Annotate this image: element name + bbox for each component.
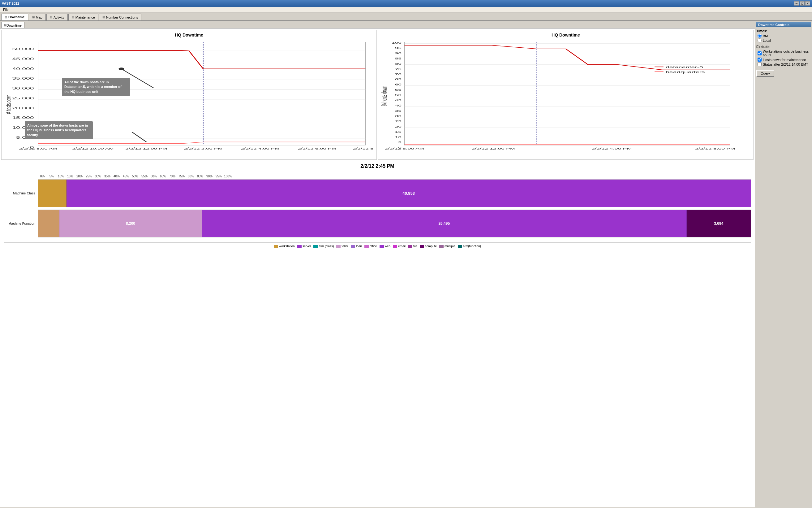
svg-text:2/2/12 4:00 PM: 2/2/12 4:00 PM: [241, 147, 280, 150]
times-section: Times: BMT Local: [756, 29, 811, 42]
title-bar: VAST 2012 ─ ◻ ✕: [0, 0, 812, 7]
machine-class-row: Machine Class 40,853: [4, 179, 751, 207]
workstation-bar: [38, 179, 66, 207]
tab-activity-icon: ⊞: [50, 15, 52, 19]
legend-file: file: [408, 245, 417, 248]
tab-map[interactable]: ⊞ Map: [29, 14, 46, 20]
svg-text:50,000: 50,000: [12, 47, 34, 51]
tab-maintenance[interactable]: ⊞ Maintenance: [68, 14, 98, 20]
svg-text:datacenter-5: datacenter-5: [666, 66, 703, 69]
legend-office-color: [365, 245, 369, 248]
svg-text:# hosts down: # hosts down: [5, 95, 13, 114]
legend-atm-class: atm (class): [314, 245, 334, 248]
close-button[interactable]: ✕: [805, 1, 810, 6]
legend-compute: compute: [420, 245, 437, 248]
left-chart-title: HQ Downtime: [4, 33, 374, 37]
svg-text:10: 10: [395, 136, 401, 138]
sub-tab-downtime[interactable]: ⊞ Downtime: [1, 22, 25, 28]
checkbox-maintenance[interactable]: Hosts down for maintenance: [758, 57, 811, 61]
legend-compute-label: compute: [425, 245, 437, 248]
radio-local-input[interactable]: [758, 38, 762, 42]
checkbox-maintenance-input[interactable]: [758, 57, 762, 61]
tab-downtime[interactable]: ⊞ Downtime: [1, 14, 28, 20]
legend-file-label: file: [413, 245, 417, 248]
legend-atm-function-color: [458, 245, 462, 248]
legend-teller-color: [336, 245, 341, 248]
window-title: VAST 2012: [2, 2, 19, 5]
svg-text:2/2/12 8:00 AM: 2/2/12 8:00 AM: [384, 147, 424, 150]
right-chart-title: HQ Downtime: [381, 33, 751, 37]
tab-activity[interactable]: ⊞ Activity: [46, 14, 68, 20]
legend-workstation-color: [274, 245, 278, 248]
tab-number-connections[interactable]: ⊞ Number Connections: [99, 14, 141, 20]
window-controls[interactable]: ─ ◻ ✕: [794, 1, 810, 6]
legend-email-color: [393, 245, 397, 248]
radio-bmt-label: BMT: [763, 34, 770, 38]
menu-file[interactable]: File: [1, 7, 10, 12]
radio-bmt[interactable]: BMT: [758, 34, 811, 38]
svg-text:headquarters: headquarters: [666, 71, 705, 74]
legend-server-color: [297, 245, 301, 248]
machine-class-label: Machine Class: [4, 191, 38, 195]
svg-rect-57: [404, 42, 730, 145]
tab-maintenance-label: Maintenance: [76, 15, 95, 19]
legend-email: email: [393, 245, 405, 248]
charts-container: HQ Downtime 0 5,000 10,000 15,000 20,000…: [0, 29, 755, 253]
svg-text:60: 60: [395, 83, 401, 86]
query-button[interactable]: Query: [756, 70, 774, 77]
radio-local[interactable]: Local: [758, 38, 811, 42]
checkbox-status-input[interactable]: [758, 62, 762, 66]
checkbox-workstations-label: Workstations outside business hours: [763, 49, 811, 57]
svg-rect-75: [655, 67, 664, 67]
func-bar-3: 26,495: [202, 210, 687, 237]
svg-text:2/2/12 10:00 AM: 2/2/12 10:00 AM: [73, 147, 114, 150]
legend-atm-class-label: atm (class): [319, 245, 334, 248]
svg-text:2/2/12 2:00 PM: 2/2/12 2:00 PM: [184, 147, 223, 150]
svg-rect-77: [655, 72, 664, 72]
content-area: ⊞ Downtime HQ Downtime 0 5,000 10,000: [0, 21, 812, 507]
func-bar-1: [38, 210, 59, 237]
legend-workstation-label: workstation: [279, 245, 295, 248]
timeline-title: 2/2/12 2:45 PM: [4, 163, 751, 169]
tab-numconn-label: Number Connections: [106, 15, 138, 19]
checkbox-maintenance-label: Hosts down for maintenance: [763, 58, 806, 61]
legend-teller: teller: [336, 245, 348, 248]
checkbox-workstations-input[interactable]: [758, 51, 762, 55]
svg-text:100: 100: [392, 41, 401, 44]
sub-tab-bar: ⊞ Downtime: [0, 21, 755, 29]
times-label: Times:: [756, 29, 811, 33]
legend-teller-label: teller: [341, 245, 348, 248]
legend-loan-label: loan: [356, 245, 362, 248]
svg-text:30,000: 30,000: [12, 87, 34, 90]
percent-axis: 0% 5% 10% 15% 20% 25% 30% 35% 40% 45% 50…: [38, 175, 751, 178]
tab-downtime-label: Downtime: [8, 15, 25, 19]
svg-text:2/2/12 12:00 PM: 2/2/12 12:00 PM: [126, 147, 168, 150]
svg-text:2/2/12 12:00 PM: 2/2/12 12:00 PM: [471, 147, 515, 150]
annotation-upper: All of the down hosts are in Datacenter-…: [62, 78, 130, 96]
svg-text:2/2/12 8:00 AM: 2/2/12 8:00 AM: [19, 147, 57, 150]
restore-button[interactable]: ◻: [800, 1, 805, 6]
svg-text:30: 30: [395, 115, 401, 118]
svg-text:40: 40: [395, 104, 401, 107]
machine-class-bars: 40,853: [38, 179, 751, 207]
svg-text:15: 15: [395, 130, 401, 133]
legend-compute-color: [420, 245, 424, 248]
minimize-button[interactable]: ─: [794, 1, 799, 6]
sub-tab-icon: ⊞: [4, 24, 6, 27]
radio-bmt-input[interactable]: [758, 34, 762, 38]
svg-text:% hosts down: % hosts down: [381, 86, 388, 106]
radio-local-label: Local: [763, 39, 771, 42]
right-chart-svg: 0 5 10 15 20 25 30 35 40 45 50 55 60 65: [381, 39, 751, 150]
checkbox-workstations[interactable]: Workstations outside business hours: [758, 49, 811, 57]
svg-text:15,000: 15,000: [12, 116, 34, 120]
checkbox-status-after[interactable]: Status after 2/2/12 14:00 BMT: [758, 62, 811, 66]
svg-text:2/2/12 8:00 PM: 2/2/12 8:00 PM: [695, 147, 735, 150]
svg-text:80: 80: [395, 62, 401, 65]
line-charts-row: HQ Downtime 0 5,000 10,000 15,000 20,000…: [1, 30, 754, 160]
exclude-checkbox-group: Workstations outside business hours Host…: [756, 49, 811, 66]
legend-server: server: [297, 245, 311, 248]
tab-map-icon: ⊞: [32, 15, 35, 19]
svg-text:70: 70: [395, 73, 401, 76]
svg-text:35,000: 35,000: [12, 77, 34, 81]
legend: workstation server atm (class) teller lo…: [4, 242, 751, 250]
